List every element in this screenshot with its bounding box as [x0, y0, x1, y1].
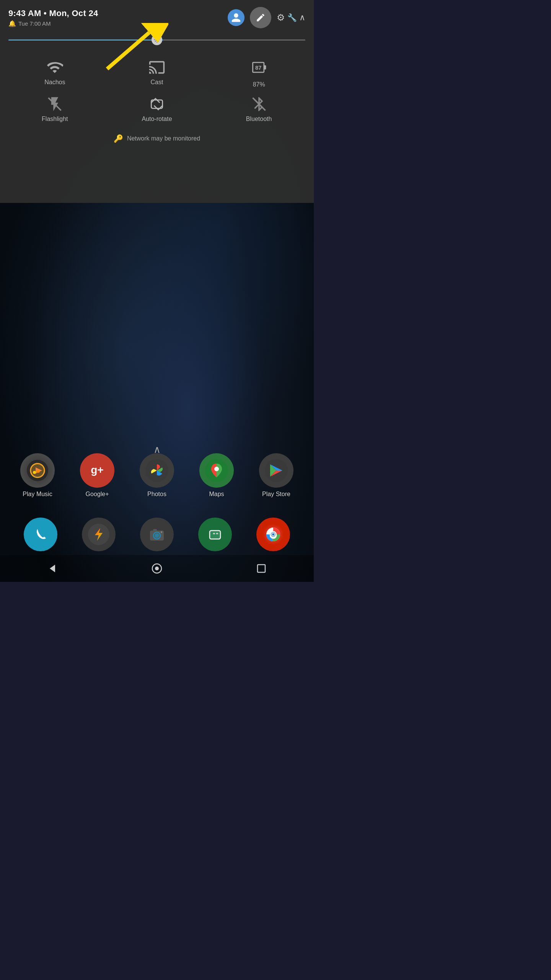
- app-maps[interactable]: Maps: [199, 453, 234, 498]
- alarm-row: 🔔 Tue 7:00 AM: [8, 20, 98, 27]
- battery-tile[interactable]: 87 87%: [221, 59, 297, 88]
- svg-point-21: [30, 524, 51, 545]
- wifi-tile[interactable]: Nachos: [16, 59, 93, 88]
- photos-label: Photos: [147, 491, 166, 498]
- separator: •: [44, 8, 47, 18]
- svg-text:g+: g+: [91, 464, 103, 476]
- svg-point-42: [155, 567, 159, 570]
- dock-phone[interactable]: [24, 518, 57, 551]
- camera-icon: [140, 518, 174, 551]
- play-music-label: Play Music: [23, 491, 52, 498]
- home-button[interactable]: [147, 559, 166, 578]
- app-photos[interactable]: Photos: [140, 453, 174, 498]
- play-music-icon: [20, 453, 55, 488]
- battery-label: 87%: [253, 81, 265, 88]
- hangouts-icon: " ": [198, 518, 232, 551]
- play-store-label: Play Store: [262, 491, 290, 498]
- dock-chrome[interactable]: [256, 518, 290, 551]
- edit-button[interactable]: [250, 7, 271, 28]
- recents-button[interactable]: [252, 559, 271, 578]
- bluetooth-icon: [251, 96, 267, 113]
- dock-hangouts[interactable]: " ": [198, 518, 232, 551]
- maps-label: Maps: [209, 491, 224, 498]
- network-monitored-text: Network may be monitored: [127, 135, 200, 142]
- wifi-label: Nachos: [44, 79, 65, 86]
- date: Mon, Oct 24: [49, 8, 98, 18]
- svg-rect-43: [258, 565, 265, 572]
- cast-label: Cast: [151, 79, 163, 86]
- google-plus-label: Google+: [86, 491, 109, 498]
- flashlight-icon: [46, 96, 63, 113]
- google-plus-icon: g+: [80, 453, 114, 488]
- bluetooth-label: Bluetooth: [246, 116, 272, 122]
- dock-lightning[interactable]: [82, 518, 116, 551]
- svg-line-1: [107, 33, 149, 69]
- back-button[interactable]: [43, 559, 62, 578]
- status-left: 9:43 AM • Mon, Oct 24 🔔 Tue 7:00 AM: [8, 8, 98, 27]
- alarm-icon: 🔔: [8, 20, 16, 27]
- svg-text:": ": [216, 532, 218, 538]
- app-play-store[interactable]: Play Store: [259, 453, 293, 498]
- svg-point-13: [33, 471, 36, 474]
- quick-tiles-row2: Flashlight Auto-rotate Bluetooth: [0, 92, 314, 126]
- status-right: ⚙ 🔧 ∧: [228, 7, 305, 28]
- home-screen: ∧ Play Music: [0, 203, 314, 582]
- autorotate-label: Auto-rotate: [142, 116, 172, 122]
- svg-point-14: [37, 470, 40, 473]
- play-store-icon: [259, 453, 293, 488]
- home-icon: [151, 562, 163, 575]
- notification-panel: 9:43 AM • Mon, Oct 24 🔔 Tue 7:00 AM: [0, 0, 314, 203]
- autorotate-tile[interactable]: Auto-rotate: [119, 96, 195, 122]
- alarm-text: Tue 7:00 AM: [18, 20, 51, 27]
- pencil-icon: [256, 13, 266, 23]
- back-icon: [47, 563, 58, 574]
- nav-bar: [0, 555, 314, 582]
- svg-point-28: [161, 531, 162, 533]
- chrome-icon: [256, 518, 290, 551]
- svg-rect-5: [264, 65, 266, 70]
- svg-text:": ": [213, 532, 215, 538]
- svg-point-26: [155, 533, 159, 538]
- dock-camera[interactable]: [140, 518, 174, 551]
- key-icon: 🔑: [114, 134, 123, 143]
- flashlight-tile[interactable]: Flashlight: [16, 96, 93, 122]
- app-play-music[interactable]: Play Music: [20, 453, 55, 498]
- svg-rect-27: [153, 529, 157, 531]
- bluetooth-tile[interactable]: Bluetooth: [221, 96, 297, 122]
- svg-point-19: [214, 467, 219, 471]
- time: 9:43 AM: [8, 8, 41, 18]
- user-avatar[interactable]: [228, 9, 245, 26]
- flashlight-label: Flashlight: [42, 116, 68, 122]
- wifi-icon: [46, 59, 63, 76]
- app-google-plus[interactable]: g+ Google+: [80, 453, 114, 498]
- person-icon: [231, 12, 241, 23]
- lightning-icon: [82, 518, 116, 551]
- network-banner: 🔑 Network may be monitored: [0, 128, 314, 149]
- rotate-icon: [148, 96, 165, 113]
- photos-icon: [140, 453, 174, 488]
- app-row: Play Music g+ Google+: [0, 453, 314, 498]
- dock-row: " ": [0, 518, 314, 551]
- time-date: 9:43 AM • Mon, Oct 24: [8, 8, 98, 18]
- svg-point-39: [272, 533, 274, 536]
- chevron-up-icon[interactable]: ∧: [299, 13, 305, 23]
- yellow-arrow-annotation: [92, 23, 168, 73]
- battery-icon: 87: [251, 59, 267, 78]
- svg-text:87: 87: [255, 65, 261, 71]
- settings-gear-icon[interactable]: ⚙: [277, 12, 285, 23]
- settings-area: ⚙ 🔧 ∧: [277, 12, 305, 23]
- wrench-icon: 🔧: [287, 13, 297, 22]
- maps-icon: [199, 453, 234, 488]
- phone-icon: [24, 518, 57, 551]
- recents-icon: [256, 563, 267, 574]
- svg-marker-40: [50, 565, 55, 572]
